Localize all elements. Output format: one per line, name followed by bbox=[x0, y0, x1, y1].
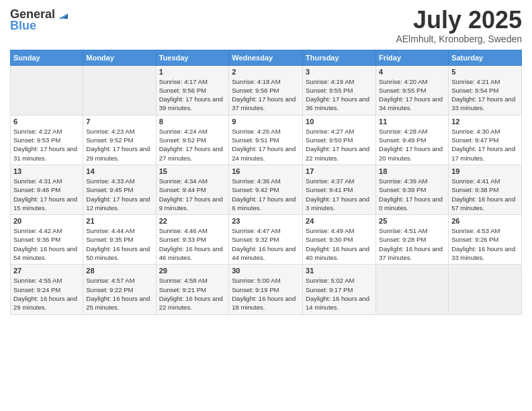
table-row: 12Sunrise: 4:30 AMSunset: 9:47 PMDayligh… bbox=[449, 115, 522, 165]
table-row: 14Sunrise: 4:33 AMSunset: 9:45 PMDayligh… bbox=[83, 165, 156, 214]
day-number: 10 bbox=[306, 118, 373, 126]
day-info: Sunrise: 4:24 AMSunset: 9:52 PMDaylight:… bbox=[159, 127, 226, 163]
table-row: 7Sunrise: 4:23 AMSunset: 9:52 PMDaylight… bbox=[83, 115, 156, 165]
table-row: 16Sunrise: 4:36 AMSunset: 9:42 PMDayligh… bbox=[229, 165, 303, 214]
col-monday: Monday bbox=[83, 50, 156, 65]
day-info: Sunrise: 4:17 AMSunset: 9:56 PMDaylight:… bbox=[159, 77, 226, 113]
day-number: 12 bbox=[451, 118, 519, 126]
day-info: Sunrise: 4:51 AMSunset: 9:28 PMDaylight:… bbox=[379, 226, 445, 262]
table-row: 29Sunrise: 4:58 AMSunset: 9:21 PMDayligh… bbox=[156, 265, 229, 314]
col-thursday: Thursday bbox=[303, 50, 376, 65]
day-info: Sunrise: 4:20 AMSunset: 9:55 PMDaylight:… bbox=[379, 77, 445, 113]
day-number: 4 bbox=[379, 68, 445, 76]
table-row: 3Sunrise: 4:19 AMSunset: 9:55 PMDaylight… bbox=[303, 65, 376, 115]
day-info: Sunrise: 4:53 AMSunset: 9:26 PMDaylight:… bbox=[451, 226, 519, 262]
day-info: Sunrise: 4:27 AMSunset: 9:50 PMDaylight:… bbox=[306, 127, 373, 163]
table-row: 10Sunrise: 4:27 AMSunset: 9:50 PMDayligh… bbox=[303, 115, 376, 165]
main-container: General Blue July 2025 AElmhult, Kronobe… bbox=[0, 0, 532, 322]
logo: General Blue bbox=[10, 7, 71, 33]
table-row: 30Sunrise: 5:00 AMSunset: 9:19 PMDayligh… bbox=[229, 265, 303, 314]
col-wednesday: Wednesday bbox=[229, 50, 303, 65]
week-row-3: 13Sunrise: 4:31 AMSunset: 9:46 PMDayligh… bbox=[11, 165, 522, 214]
logo-icon bbox=[56, 7, 71, 21]
title-block: July 2025 AElmhult, Kronoberg, Sweden bbox=[396, 7, 522, 44]
month-title: July 2025 bbox=[396, 7, 522, 34]
header: General Blue July 2025 AElmhult, Kronobe… bbox=[10, 7, 522, 44]
table-row: 24Sunrise: 4:49 AMSunset: 9:30 PMDayligh… bbox=[303, 215, 376, 265]
table-row: 5Sunrise: 4:21 AMSunset: 9:54 PMDaylight… bbox=[449, 65, 522, 115]
table-row: 17Sunrise: 4:37 AMSunset: 9:41 PMDayligh… bbox=[303, 165, 376, 214]
day-info: Sunrise: 4:47 AMSunset: 9:32 PMDaylight:… bbox=[232, 226, 300, 262]
day-info: Sunrise: 4:49 AMSunset: 9:30 PMDaylight:… bbox=[306, 226, 373, 262]
day-number: 15 bbox=[159, 167, 226, 175]
table-row: 11Sunrise: 4:28 AMSunset: 9:49 PMDayligh… bbox=[376, 115, 449, 165]
day-info: Sunrise: 5:02 AMSunset: 9:17 PMDaylight:… bbox=[306, 276, 373, 312]
table-row: 19Sunrise: 4:41 AMSunset: 9:38 PMDayligh… bbox=[449, 165, 522, 214]
day-number: 29 bbox=[159, 267, 226, 275]
day-info: Sunrise: 4:55 AMSunset: 9:24 PMDaylight:… bbox=[13, 276, 80, 312]
day-info: Sunrise: 4:19 AMSunset: 9:55 PMDaylight:… bbox=[306, 77, 373, 113]
day-number: 23 bbox=[232, 217, 300, 225]
day-info: Sunrise: 4:41 AMSunset: 9:38 PMDaylight:… bbox=[451, 177, 519, 212]
table-row bbox=[449, 265, 522, 314]
day-info: Sunrise: 4:46 AMSunset: 9:33 PMDaylight:… bbox=[159, 226, 226, 262]
week-row-5: 27Sunrise: 4:55 AMSunset: 9:24 PMDayligh… bbox=[11, 265, 522, 314]
day-number: 27 bbox=[13, 267, 80, 275]
logo-text-blue: Blue bbox=[10, 19, 36, 33]
day-info: Sunrise: 4:18 AMSunset: 9:56 PMDaylight:… bbox=[232, 77, 300, 113]
day-number: 7 bbox=[86, 118, 152, 126]
day-number: 19 bbox=[451, 167, 519, 175]
table-row: 9Sunrise: 4:26 AMSunset: 9:51 PMDaylight… bbox=[229, 115, 303, 165]
day-number: 8 bbox=[159, 118, 226, 126]
week-row-1: 1Sunrise: 4:17 AMSunset: 9:56 PMDaylight… bbox=[11, 65, 522, 115]
day-number: 17 bbox=[306, 167, 373, 175]
day-info: Sunrise: 4:23 AMSunset: 9:52 PMDaylight:… bbox=[86, 127, 152, 163]
table-row: 6Sunrise: 4:22 AMSunset: 9:53 PMDaylight… bbox=[11, 115, 83, 165]
table-row: 22Sunrise: 4:46 AMSunset: 9:33 PMDayligh… bbox=[156, 215, 229, 265]
table-row: 27Sunrise: 4:55 AMSunset: 9:24 PMDayligh… bbox=[11, 265, 83, 314]
day-number: 28 bbox=[86, 267, 152, 275]
table-row: 2Sunrise: 4:18 AMSunset: 9:56 PMDaylight… bbox=[229, 65, 303, 115]
week-row-2: 6Sunrise: 4:22 AMSunset: 9:53 PMDaylight… bbox=[11, 115, 522, 165]
day-number: 3 bbox=[306, 68, 373, 76]
col-saturday: Saturday bbox=[449, 50, 522, 65]
day-number: 24 bbox=[306, 217, 373, 225]
table-row: 1Sunrise: 4:17 AMSunset: 9:56 PMDaylight… bbox=[156, 65, 229, 115]
day-number: 14 bbox=[86, 167, 152, 175]
day-number: 26 bbox=[451, 217, 519, 225]
day-number: 1 bbox=[159, 68, 226, 76]
day-info: Sunrise: 4:30 AMSunset: 9:47 PMDaylight:… bbox=[451, 127, 519, 163]
day-info: Sunrise: 4:33 AMSunset: 9:45 PMDaylight:… bbox=[86, 177, 152, 212]
day-info: Sunrise: 5:00 AMSunset: 9:19 PMDaylight:… bbox=[232, 276, 300, 312]
day-number: 9 bbox=[232, 118, 300, 126]
day-number: 21 bbox=[86, 217, 152, 225]
location-title: AElmhult, Kronoberg, Sweden bbox=[396, 34, 522, 44]
table-row: 15Sunrise: 4:34 AMSunset: 9:44 PMDayligh… bbox=[156, 165, 229, 214]
col-sunday: Sunday bbox=[11, 50, 83, 65]
table-row bbox=[83, 65, 156, 115]
day-number: 16 bbox=[232, 167, 300, 175]
day-number: 5 bbox=[451, 68, 519, 76]
table-row: 20Sunrise: 4:42 AMSunset: 9:36 PMDayligh… bbox=[11, 215, 83, 265]
day-info: Sunrise: 4:26 AMSunset: 9:51 PMDaylight:… bbox=[232, 127, 300, 163]
day-info: Sunrise: 4:42 AMSunset: 9:36 PMDaylight:… bbox=[13, 226, 80, 262]
day-info: Sunrise: 4:44 AMSunset: 9:35 PMDaylight:… bbox=[86, 226, 152, 262]
day-number: 20 bbox=[13, 217, 80, 225]
day-info: Sunrise: 4:31 AMSunset: 9:46 PMDaylight:… bbox=[13, 177, 80, 212]
day-info: Sunrise: 4:39 AMSunset: 9:39 PMDaylight:… bbox=[379, 177, 445, 212]
table-row: 8Sunrise: 4:24 AMSunset: 9:52 PMDaylight… bbox=[156, 115, 229, 165]
week-row-4: 20Sunrise: 4:42 AMSunset: 9:36 PMDayligh… bbox=[11, 215, 522, 265]
day-info: Sunrise: 4:22 AMSunset: 9:53 PMDaylight:… bbox=[13, 127, 80, 163]
day-number: 6 bbox=[13, 118, 80, 126]
day-info: Sunrise: 4:34 AMSunset: 9:44 PMDaylight:… bbox=[159, 177, 226, 212]
table-row: 31Sunrise: 5:02 AMSunset: 9:17 PMDayligh… bbox=[303, 265, 376, 314]
day-number: 22 bbox=[159, 217, 226, 225]
table-row: 21Sunrise: 4:44 AMSunset: 9:35 PMDayligh… bbox=[83, 215, 156, 265]
day-info: Sunrise: 4:37 AMSunset: 9:41 PMDaylight:… bbox=[306, 177, 373, 212]
day-number: 30 bbox=[232, 267, 300, 275]
table-row: 23Sunrise: 4:47 AMSunset: 9:32 PMDayligh… bbox=[229, 215, 303, 265]
day-info: Sunrise: 4:57 AMSunset: 9:22 PMDaylight:… bbox=[86, 276, 152, 312]
table-row bbox=[376, 265, 449, 314]
table-row: 28Sunrise: 4:57 AMSunset: 9:22 PMDayligh… bbox=[83, 265, 156, 314]
day-info: Sunrise: 4:21 AMSunset: 9:54 PMDaylight:… bbox=[451, 77, 519, 113]
